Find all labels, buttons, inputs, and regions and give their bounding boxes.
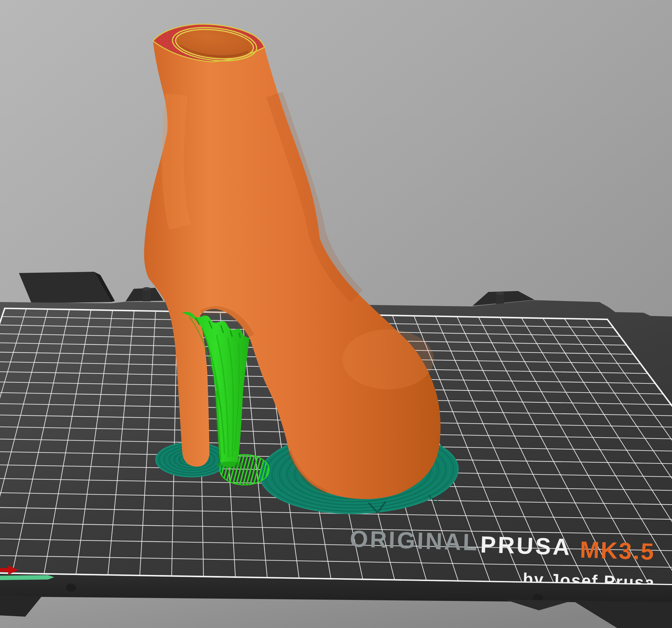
viewport[interactable]: ORIGINAL PRUSA MK3.5 by Josef Prusa xyxy=(0,0,672,628)
bed-rear-clip-left xyxy=(19,272,115,303)
plate-brand-prefix: ORIGINAL xyxy=(350,526,480,555)
support-contact-shadow xyxy=(216,461,243,468)
plate-brand: PRUSA xyxy=(480,531,572,560)
plate-model: MK3.5 xyxy=(580,536,655,565)
